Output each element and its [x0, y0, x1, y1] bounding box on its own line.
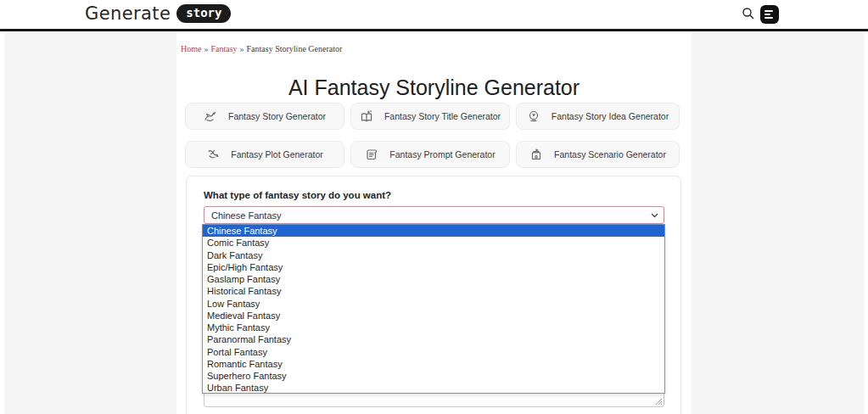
- generator-button-label: Fantasy Prompt Generator: [389, 149, 495, 159]
- generator-button-label: Fantasy Story Idea Generator: [552, 111, 669, 121]
- select-option[interactable]: Superhero Fantasy: [203, 370, 664, 382]
- fantasy-story-generator-button[interactable]: Fantasy Story Generator: [185, 103, 344, 130]
- select-option[interactable]: Epic/High Fantasy: [203, 261, 664, 273]
- select-option[interactable]: Romantic Fantasy: [203, 358, 664, 370]
- page: Generate story Home»Fantasy»Fantasy Stor…: [0, 0, 868, 414]
- select-option[interactable]: Low Fantasy: [203, 298, 664, 310]
- crystal-ball-icon: [527, 109, 540, 123]
- generator-button-label: Fantasy Story Generator: [228, 111, 326, 121]
- select-option[interactable]: Gaslamp Fantasy: [203, 273, 664, 285]
- select-dropdown: Chinese FantasyComic FantasyDark Fantasy…: [202, 224, 665, 394]
- breadcrumb-fantasy-link[interactable]: Fantasy: [210, 44, 237, 53]
- generator-button-label: Fantasy Scenario Generator: [554, 149, 666, 159]
- scroll-icon: [365, 148, 378, 161]
- generator-button-label: Fantasy Plot Generator: [231, 149, 323, 159]
- header: Generate story: [0, 0, 868, 31]
- fantasy-scenario-generator-button[interactable]: Fantasy Scenario Generator: [516, 141, 680, 168]
- breadcrumb-home-link[interactable]: Home: [181, 44, 201, 53]
- dragon-icon: [204, 109, 217, 123]
- breadcrumb: Home»Fantasy»Fantasy Storyline Generator: [181, 44, 342, 53]
- chevron-down-icon: [651, 213, 658, 218]
- story-type-select[interactable]: Chinese Fantasy: [204, 206, 664, 224]
- breadcrumb-current: Fantasy Storyline Generator: [247, 44, 343, 53]
- search-icon[interactable]: [742, 7, 755, 20]
- logo-badge: story: [176, 4, 231, 23]
- select-option[interactable]: Mythic Fantasy: [203, 322, 664, 333]
- select-option[interactable]: Paranormal Fantasy: [203, 333, 664, 345]
- menu-icon[interactable]: [760, 5, 779, 24]
- breadcrumb-separator: »: [240, 44, 244, 53]
- left-ad-panel: [4, 33, 176, 414]
- select-option[interactable]: Chinese Fantasy: [203, 225, 664, 237]
- select-option[interactable]: Portal Fantasy: [203, 346, 664, 358]
- breadcrumb-separator: »: [204, 44, 208, 53]
- logo-text: Generate: [85, 3, 171, 24]
- select-option[interactable]: Dark Fantasy: [203, 249, 664, 261]
- magic-book-icon: [360, 109, 373, 123]
- dragon-head-icon: [206, 148, 220, 161]
- select-option[interactable]: Medieval Fantasy: [203, 310, 664, 322]
- select-option[interactable]: Comic Fantasy: [203, 237, 664, 249]
- resize-grip[interactable]: [654, 397, 663, 406]
- fantasy-prompt-generator-button[interactable]: Fantasy Prompt Generator: [350, 141, 510, 168]
- page-title: AI Fantasy Storyline Generator: [176, 76, 692, 100]
- fantasy-story-title-generator-button[interactable]: Fantasy Story Title Generator: [350, 103, 510, 130]
- castle-icon: [529, 148, 543, 161]
- generator-button-label: Fantasy Story Title Generator: [384, 111, 501, 121]
- story-type-select-value: Chinese Fantasy: [211, 210, 282, 221]
- fantasy-plot-generator-button[interactable]: Fantasy Plot Generator: [185, 141, 344, 168]
- site-logo[interactable]: Generate story: [85, 3, 231, 24]
- right-ad-panel: [692, 33, 864, 414]
- select-option[interactable]: Urban Fantasy: [203, 382, 664, 394]
- select-option[interactable]: Historical Fantasy: [203, 285, 664, 297]
- story-type-question-label: What type of fantasy story do you want?: [204, 190, 391, 200]
- fantasy-story-idea-generator-button[interactable]: Fantasy Story Idea Generator: [516, 103, 680, 130]
